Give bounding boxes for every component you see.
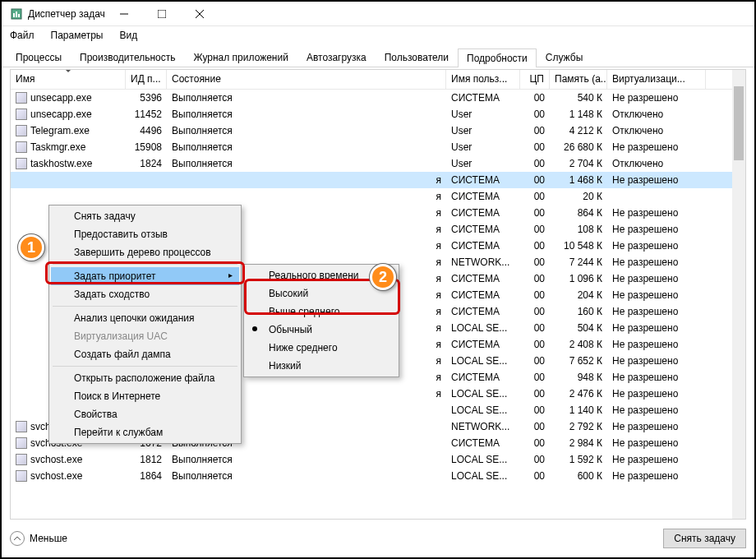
priority-below-normal[interactable]: Ниже среднего [246,339,397,357]
process-icon [16,158,27,169]
ctx-end-task[interactable]: Снять задачу [51,207,239,225]
priority-above-normal[interactable]: Выше среднего [246,303,397,321]
ctx-analyze-wait[interactable]: Анализ цепочки ожидания [51,309,239,327]
footer: Меньше Снять задачу [10,526,746,551]
header-user[interactable]: Имя польз... [446,70,520,89]
tab-2[interactable]: Журнал приложений [185,48,297,67]
svg-rect-3 [18,14,20,17]
maximize-button[interactable] [143,2,181,26]
svg-rect-1 [13,13,15,17]
table-row[interactable]: unsecapp.exe5396ВыполняетсяСИСТЕМА00540 … [11,90,732,106]
chevron-up-icon [10,531,25,546]
table-row[interactable]: Taskmgr.exe15908ВыполняетсяUser0026 680 … [11,139,732,155]
ctx-open-location[interactable]: Открыть расположение файла [51,369,239,387]
table-row[interactable]: taskhostw.exe1824ВыполняетсяUser002 704 … [11,155,732,172]
header-virtualization[interactable]: Виртуализаци... [607,70,706,89]
annotation-badge-2: 2 [370,264,396,290]
table-row[interactable]: svchost.exe1812ВыполняетсяLOCAL SE...001… [11,451,732,468]
tab-5[interactable]: Подробности [458,49,537,67]
ctx-goto-services[interactable]: Перейти к службам [51,423,239,441]
menu-view[interactable]: Вид [116,28,141,43]
menu-file[interactable]: Файл [7,28,38,43]
header-name[interactable]: Имя [11,70,126,89]
table-row[interactable]: яСИСТЕМА001 468 КНе разрешено [11,172,732,188]
ctx-search-online[interactable]: Поиск в Интернете [51,387,239,405]
tabs: ПроцессыПроизводительностьЖурнал приложе… [2,44,754,67]
titlebar: Диспетчер задач [2,2,754,26]
tab-3[interactable]: Автозагрузка [297,48,376,67]
ctx-create-dump[interactable]: Создать файл дампа [51,345,239,363]
header-cpu[interactable]: ЦП [520,70,550,89]
ctx-feedback[interactable]: Предоставить отзыв [51,225,239,243]
header-pid[interactable]: ИД п... [126,70,167,89]
svg-rect-5 [158,10,166,18]
fewer-details-button[interactable]: Меньше [10,531,67,546]
tab-6[interactable]: Службы [537,48,592,67]
ctx-end-tree[interactable]: Завершить дерево процессов [51,243,239,261]
fewer-label: Меньше [30,533,67,544]
annotation-badge-1: 1 [18,234,44,261]
tab-4[interactable]: Пользователи [376,48,458,67]
priority-low[interactable]: Низкий [246,357,397,375]
ctx-separator [53,264,237,265]
process-icon [16,125,27,136]
header-memory[interactable]: Память (а... [550,70,607,89]
svg-rect-2 [16,12,17,17]
ctx-uac-virtualization: Виртуализация UAC [51,327,239,345]
close-button[interactable] [181,2,219,26]
end-task-button[interactable]: Снять задачу [663,529,746,548]
process-icon [16,454,27,465]
process-icon [16,421,27,432]
window-title: Диспетчер задач [28,8,105,20]
table-row[interactable]: Telegram.exe4496ВыполняетсяUser004 212 К… [11,122,732,139]
column-headers: Имя ИД п... Состояние Имя польз... ЦП Па… [11,70,745,90]
ctx-separator [53,306,237,307]
vertical-scrollbar[interactable] [732,70,745,519]
context-menu: Снять задачу Предоставить отзыв Завершит… [48,205,242,444]
process-icon [16,109,27,120]
process-icon [16,141,27,153]
ctx-set-priority[interactable]: Задать приоритет [51,267,239,285]
menu-options[interactable]: Параметры [48,28,107,43]
minimize-button[interactable] [105,2,143,26]
process-icon [16,437,27,449]
table-row[interactable]: яСИСТЕМА0020 К [11,188,732,205]
process-icon [16,470,27,482]
priority-normal[interactable]: Обычный [246,321,397,339]
radio-checked-icon [252,326,257,331]
table-row[interactable]: unsecapp.exe11452ВыполняетсяUser001 148 … [11,106,732,122]
process-icon [16,92,27,104]
tab-1[interactable]: Производительность [71,48,184,67]
menubar: Файл Параметры Вид [2,26,754,44]
app-icon [10,7,23,21]
tab-0[interactable]: Процессы [7,48,71,67]
ctx-set-affinity[interactable]: Задать сходство [51,285,239,303]
header-status[interactable]: Состояние [167,70,446,89]
scrollbar-thumb[interactable] [734,86,744,160]
table-row[interactable]: svchost.exe1864ВыполняетсяLOCAL SE...006… [11,468,732,484]
ctx-properties[interactable]: Свойства [51,405,239,423]
ctx-separator [53,366,237,367]
